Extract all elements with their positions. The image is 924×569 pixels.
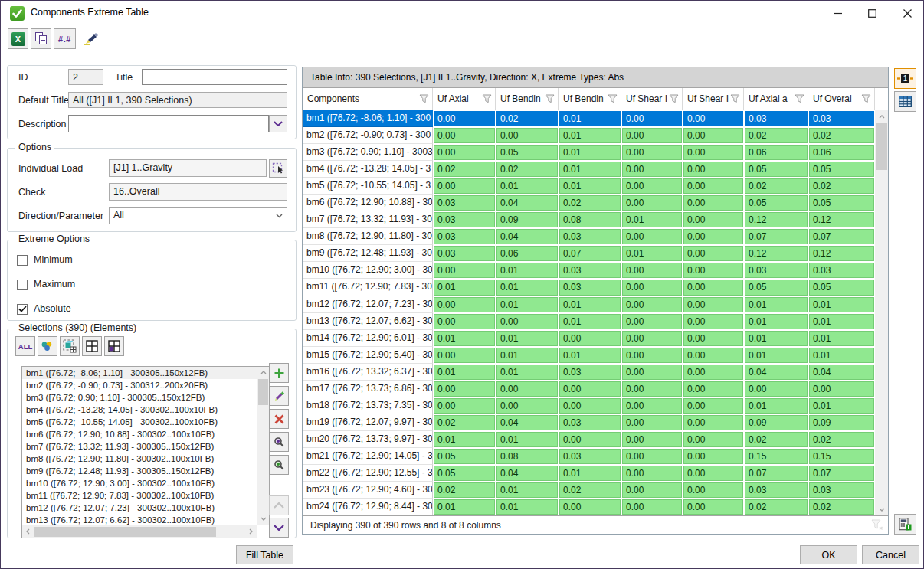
table-cell[interactable]: 0.00	[683, 229, 743, 244]
table-cell[interactable]: 0.00	[622, 499, 682, 515]
table-cell[interactable]: 0.00	[683, 212, 743, 227]
table-cell[interactable]: 0.00	[683, 263, 743, 278]
copy-table-button[interactable]	[31, 28, 51, 49]
table-cell[interactable]: 0.00	[622, 229, 682, 244]
table-cell-component[interactable]: bm13 ([76.72; 12.07; 6.62] - 30	[303, 313, 433, 330]
table-cell-component[interactable]: bm5 ([76.72; -10.55; 14.05] - 3	[303, 178, 433, 195]
edit-selection-button[interactable]	[269, 386, 289, 406]
list-item[interactable]: bm9 ([76.72; 12.48; 11.93] - 300305..150…	[22, 465, 257, 477]
table-cell-component[interactable]: bm10 ([76.72; 12.90; 3.00] - 30	[303, 262, 433, 279]
table-cell[interactable]: 0.00	[496, 398, 558, 414]
table-cell[interactable]: 0.15	[745, 449, 808, 464]
scroll-down-arrow[interactable]	[879, 503, 885, 515]
table-cell[interactable]: 0.00	[496, 381, 558, 397]
table-cell[interactable]: 0.03	[745, 482, 808, 498]
table-cell[interactable]: 0.12	[809, 212, 874, 227]
table-cell[interactable]: 0.07	[809, 466, 874, 481]
table-cell[interactable]: 0.06	[745, 145, 808, 160]
scroll-up-arrow[interactable]	[879, 110, 885, 123]
table-cell[interactable]: 0.00	[622, 314, 682, 329]
table-cell[interactable]: 0.03	[745, 111, 808, 126]
scroll-thumb[interactable]	[876, 123, 887, 170]
table-cell[interactable]: 0.02	[745, 432, 808, 447]
table-cell[interactable]: 0.00	[434, 145, 495, 160]
table-cell[interactable]: 0.04	[745, 365, 808, 380]
table-cell[interactable]: 0.00	[434, 398, 495, 414]
table-cell[interactable]: 0.00	[683, 280, 743, 295]
table-cell[interactable]: 0.09	[496, 212, 558, 227]
table-cell[interactable]: 0.03	[434, 246, 495, 261]
table-cell[interactable]: 0.02	[434, 415, 495, 430]
table-cell[interactable]: 0.03	[745, 263, 808, 278]
table-cell[interactable]: 0.00	[683, 415, 743, 430]
table-cell[interactable]: 0.00	[496, 314, 558, 329]
table-cell[interactable]: 0.02	[809, 432, 874, 447]
table-cell[interactable]: 0.01	[559, 162, 621, 177]
table-cell[interactable]: 0.05	[809, 280, 874, 295]
list-item[interactable]: bm13 ([76.72; 12.07; 6.62] - 300302..100…	[22, 514, 257, 525]
list-item[interactable]: bm8 ([76.72; 12.90; 11.80] - 300302..100…	[22, 453, 257, 465]
table-cell[interactable]: 0.12	[745, 212, 808, 227]
table-cell-component[interactable]: bm3 ([76.72; 0.90; 1.10] - 3003	[303, 144, 433, 161]
table-view-button[interactable]	[894, 91, 916, 112]
grid-view-button[interactable]	[82, 336, 102, 356]
table-cell[interactable]: 0.00	[434, 263, 495, 278]
table-cell[interactable]: 0.05	[745, 280, 808, 295]
table-cell-component[interactable]: bm7 ([76.72; 13.32; 11.93] - 30	[303, 211, 433, 228]
table-cell[interactable]: 0.03	[559, 229, 621, 244]
column-header[interactable]: Uf Axial	[433, 88, 496, 110]
move-up-button[interactable]	[269, 495, 289, 515]
table-cell[interactable]: 0.01	[809, 297, 874, 312]
description-input[interactable]	[68, 115, 269, 132]
table-cell[interactable]: 0.01	[745, 297, 808, 312]
scroll-up-arrow[interactable]	[257, 367, 269, 378]
table-cell-component[interactable]: bm17 ([76.72; 13.73; 6.86] - 30	[303, 381, 433, 397]
table-cell[interactable]: 0.01	[745, 331, 808, 346]
list-item[interactable]: bm2 ([76.72; -0.90; 0.73] - 300312..200x…	[22, 379, 257, 391]
table-cell[interactable]: 0.05	[434, 466, 495, 481]
table-cell[interactable]: 0.01	[496, 482, 558, 498]
table-cell[interactable]: 0.05	[809, 162, 874, 177]
checkbox-minimum[interactable]: Minimum	[17, 252, 73, 268]
table-cell[interactable]: 0.01	[745, 398, 808, 414]
table-cell[interactable]: 0.00	[683, 297, 743, 312]
list-item[interactable]: bm6 ([76.72; 12.90; 10.88] - 300302..100…	[22, 428, 257, 440]
table-cell[interactable]: 0.01	[434, 331, 495, 346]
table-cell[interactable]: 0.01	[559, 466, 621, 481]
table-cell[interactable]: 0.00	[683, 246, 743, 261]
column-header[interactable]: Uf Shear I	[683, 88, 744, 110]
checkbox-box[interactable]	[17, 255, 28, 266]
table-cell[interactable]: 0.00	[622, 482, 682, 498]
scroll-down-arrow[interactable]	[257, 513, 269, 525]
table-cell[interactable]: 0.01	[559, 178, 621, 194]
list-item[interactable]: bm7 ([76.72; 13.32; 11.93] - 300305..150…	[22, 440, 257, 453]
table-cell[interactable]: 0.00	[683, 111, 743, 126]
filter-icon[interactable]	[608, 94, 618, 103]
checkbox-box[interactable]	[17, 280, 28, 290]
table-cell[interactable]: 0.01	[809, 398, 874, 414]
table-cell[interactable]: 0.00	[683, 466, 743, 481]
table-cell[interactable]: 0.05	[434, 449, 495, 464]
list-item[interactable]: bm4 ([76.72; -13.28; 14.05] - 300302..10…	[22, 404, 257, 416]
filter-icon[interactable]	[419, 94, 429, 103]
grid-select-button[interactable]	[104, 336, 124, 356]
table-cell[interactable]: 0.00	[683, 449, 743, 464]
select-all-button[interactable]: ALL	[15, 336, 35, 356]
table-cell[interactable]: 0.00	[434, 348, 495, 363]
table-cell-component[interactable]: bm22 ([76.72; 12.90; 12.55] - 3	[303, 465, 433, 482]
table-cell[interactable]: 0.00	[622, 263, 682, 278]
table-cell[interactable]: 0.01	[559, 348, 621, 363]
table-cell[interactable]: 0.01	[496, 297, 558, 312]
table-cell[interactable]: 0.00	[622, 348, 682, 363]
table-cell[interactable]: 0.01	[559, 314, 621, 329]
description-expand-button[interactable]	[269, 115, 287, 132]
table-cell-component[interactable]: bm2 ([76.72; -0.90; 0.73] - 300	[303, 127, 433, 144]
table-cell[interactable]: 0.07	[809, 229, 874, 244]
table-cell[interactable]: 0.04	[809, 365, 874, 380]
filter-icon[interactable]	[730, 94, 740, 103]
table-cell[interactable]: 0.00	[622, 128, 682, 143]
table-vscrollbar[interactable]	[875, 110, 888, 515]
number-format-button[interactable]: #.#	[54, 28, 76, 49]
table-cell[interactable]: 0.00	[622, 297, 682, 312]
checkbox-box[interactable]	[17, 304, 28, 315]
